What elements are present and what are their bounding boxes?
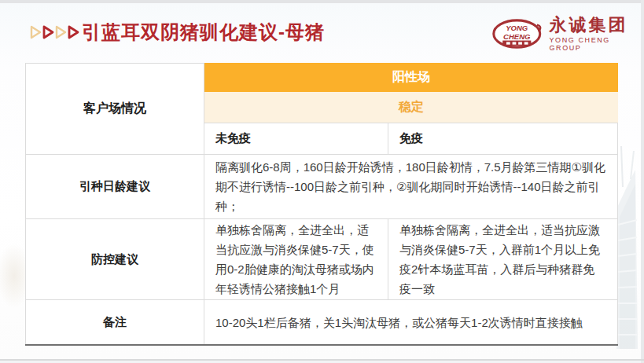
logo-badge-icon: YONG CHENG bbox=[491, 15, 544, 53]
company-logo: YONG CHENG 永诚集团 YONG CHENG GROUP bbox=[491, 15, 641, 53]
logo-company-name-en: YONG CHENG GROUP bbox=[549, 36, 641, 52]
cell-prevention-unvaccinated: 单独栋舍隔离，全进全出，适当抗应激与消炎保健5-7天，使用0-2胎健康的淘汰母猪… bbox=[204, 219, 388, 300]
table-col-header-unvaccinated: 未免疫 bbox=[204, 123, 388, 155]
cell-intro-age-content: 隔离驯化6-8周，160日龄开始诱情，180日龄初情，7.5月龄第三情期①驯化期… bbox=[204, 155, 618, 219]
presentation-slide: 引蓝耳双阴猪驯化建议-母猪 YONG CHENG 永诚集团 YONG CHENG… bbox=[0, 3, 641, 359]
logo-wordmark: 永诚集团 YONG CHENG GROUP bbox=[549, 16, 641, 52]
arrow-icon bbox=[57, 27, 65, 38]
logo-badge-text-1: YONG bbox=[506, 24, 528, 32]
row-label-intro-age: 引种日龄建议 bbox=[25, 155, 204, 219]
logo-company-name-cn: 永诚集团 bbox=[549, 16, 641, 35]
logo-badge-text-2: CHENG bbox=[503, 32, 531, 41]
page-title: 引蓝耳双阴猪驯化建议-母猪 bbox=[82, 20, 325, 45]
arrow-icon bbox=[69, 27, 78, 38]
slide-viewer: { "header": { "title": "引蓝耳双阴猪驯化建议-母猪", … bbox=[0, 0, 644, 363]
title-arrow-icons bbox=[30, 24, 82, 40]
table-subheader-stable: 稳定 bbox=[204, 92, 618, 123]
table-corner-header: 客户场情况 bbox=[25, 63, 204, 155]
arrow-icon bbox=[31, 27, 40, 38]
row-label-notes: 备注 bbox=[25, 300, 204, 344]
arrow-icon bbox=[44, 27, 53, 38]
cell-prevention-vaccinated: 单独栋舍隔离，全进全出，适当抗应激与消炎保健5-7天，入群前1个月以上免疫2针本… bbox=[388, 219, 618, 300]
window-right-edge bbox=[641, 0, 644, 363]
window-top-edge bbox=[0, 0, 644, 3]
table-header-positive-farm: 阳性场 bbox=[204, 63, 618, 92]
window-bottom-edge bbox=[0, 359, 644, 361]
table-col-header-vaccinated: 免疫 bbox=[388, 123, 618, 155]
acclimatization-table: 客户场情况 阳性场 稳定 未免疫 免疫 引种日龄建议 隔离驯化6-8周，160日… bbox=[25, 63, 618, 346]
row-label-prevention: 防控建议 bbox=[25, 219, 204, 300]
cell-notes-content: 10-20头1栏后备猪，关1头淘汰母猪，或公猪每天1-2次诱情时直接接触 bbox=[204, 300, 618, 344]
